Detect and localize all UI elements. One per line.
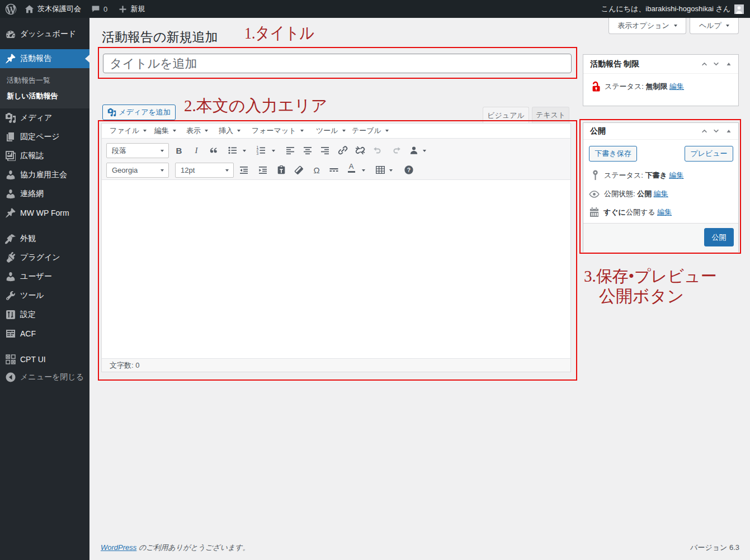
svg-text:?: ? [407, 167, 411, 173]
svg-text:3: 3 [257, 151, 259, 155]
